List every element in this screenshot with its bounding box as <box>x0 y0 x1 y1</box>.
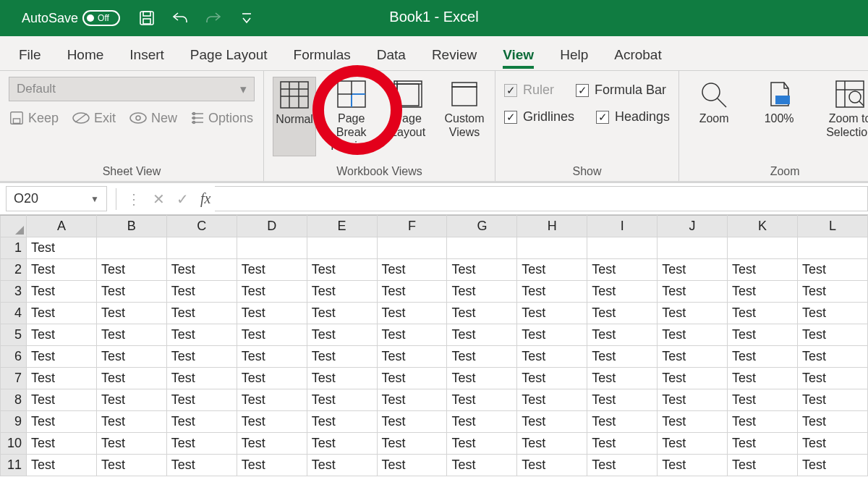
cell-F7[interactable]: Test <box>377 368 447 389</box>
cell-E3[interactable]: Test <box>307 281 377 303</box>
cell-A8[interactable]: Test <box>27 389 97 411</box>
cell-G7[interactable]: Test <box>447 368 517 389</box>
cell-D8[interactable]: Test <box>237 389 307 411</box>
cell-H5[interactable]: Test <box>517 324 587 346</box>
col-header-I[interactable]: I <box>587 216 658 237</box>
cell-J6[interactable]: Test <box>658 346 728 368</box>
cell-J8[interactable]: Test <box>658 389 728 411</box>
cell-K3[interactable]: Test <box>728 281 798 303</box>
cancel-icon[interactable]: ✕ <box>153 190 165 208</box>
tab-help[interactable]: Help <box>560 47 588 70</box>
cell-F10[interactable]: Test <box>377 433 447 455</box>
col-header-C[interactable]: C <box>166 216 237 237</box>
select-all-corner[interactable] <box>1 216 27 237</box>
col-header-E[interactable]: E <box>307 216 377 237</box>
undo-icon[interactable] <box>168 6 192 30</box>
col-header-J[interactable]: J <box>658 216 728 237</box>
gridlines-checkbox[interactable]: Gridlines <box>504 109 574 125</box>
cell-C4[interactable]: Test <box>166 303 237 324</box>
cell-D6[interactable]: Test <box>237 346 307 368</box>
cell-G6[interactable]: Test <box>447 346 517 368</box>
cell-L7[interactable]: Test <box>797 368 867 389</box>
keep-button[interactable]: Keep <box>9 110 59 126</box>
cell-I5[interactable]: Test <box>587 324 658 346</box>
cell-J1[interactable] <box>658 237 728 259</box>
exit-button[interactable]: Exit <box>72 110 116 126</box>
cell-A9[interactable]: Test <box>27 411 97 433</box>
cell-I11[interactable]: Test <box>587 455 658 476</box>
cell-F4[interactable]: Test <box>377 303 447 324</box>
cell-L11[interactable]: Test <box>797 455 867 476</box>
enter-icon[interactable]: ✓ <box>176 190 189 208</box>
cell-J9[interactable]: Test <box>658 411 728 433</box>
cell-I2[interactable]: Test <box>587 259 658 281</box>
cell-H9[interactable]: Test <box>517 411 587 433</box>
cell-C9[interactable]: Test <box>166 411 237 433</box>
col-header-G[interactable]: G <box>447 216 517 237</box>
tab-file[interactable]: File <box>19 47 41 70</box>
col-header-D[interactable]: D <box>237 216 307 237</box>
cell-J10[interactable]: Test <box>658 433 728 455</box>
cell-H10[interactable]: Test <box>517 433 587 455</box>
cell-I8[interactable]: Test <box>587 389 658 411</box>
cell-G8[interactable]: Test <box>447 389 517 411</box>
cell-E7[interactable]: Test <box>307 368 377 389</box>
tab-formulas[interactable]: Formulas <box>294 47 351 70</box>
cell-F9[interactable]: Test <box>377 411 447 433</box>
cell-L9[interactable]: Test <box>797 411 867 433</box>
cell-B7[interactable]: Test <box>96 368 166 389</box>
cell-H1[interactable] <box>517 237 587 259</box>
cell-G4[interactable]: Test <box>447 303 517 324</box>
cell-K7[interactable]: Test <box>728 368 798 389</box>
sheet-view-select[interactable]: Default ▾ <box>9 77 255 101</box>
cell-I10[interactable]: Test <box>587 433 658 455</box>
cell-A1[interactable]: Test <box>27 237 97 259</box>
cell-I4[interactable]: Test <box>587 303 658 324</box>
cell-K9[interactable]: Test <box>728 411 798 433</box>
cell-H11[interactable]: Test <box>517 455 587 476</box>
zoom-button[interactable]: Zoom <box>688 77 740 142</box>
save-icon[interactable] <box>135 6 159 30</box>
cell-L10[interactable]: Test <box>797 433 867 455</box>
col-header-H[interactable]: H <box>517 216 587 237</box>
cell-H4[interactable]: Test <box>517 303 587 324</box>
cell-B4[interactable]: Test <box>96 303 166 324</box>
tab-view[interactable]: View <box>503 47 534 70</box>
cell-F11[interactable]: Test <box>377 455 447 476</box>
cell-K8[interactable]: Test <box>728 389 798 411</box>
col-header-L[interactable]: L <box>797 216 867 237</box>
cell-C6[interactable]: Test <box>166 346 237 368</box>
cell-G1[interactable] <box>447 237 517 259</box>
cell-E4[interactable]: Test <box>307 303 377 324</box>
cell-F8[interactable]: Test <box>377 389 447 411</box>
cell-F2[interactable]: Test <box>377 259 447 281</box>
cell-D9[interactable]: Test <box>237 411 307 433</box>
cell-F5[interactable]: Test <box>377 324 447 346</box>
cell-D2[interactable]: Test <box>237 259 307 281</box>
cell-L6[interactable]: Test <box>797 346 867 368</box>
cell-I3[interactable]: Test <box>587 281 658 303</box>
tab-data[interactable]: Data <box>377 47 406 70</box>
custom-views-button[interactable]: Custom Views <box>443 77 486 156</box>
cell-B11[interactable]: Test <box>96 455 166 476</box>
cell-L2[interactable]: Test <box>797 259 867 281</box>
cell-E6[interactable]: Test <box>307 346 377 368</box>
cell-D7[interactable]: Test <box>237 368 307 389</box>
row-header-8[interactable]: 8 <box>1 389 27 411</box>
cell-G2[interactable]: Test <box>447 259 517 281</box>
autosave-toggle[interactable]: Off <box>82 10 120 26</box>
cell-B9[interactable]: Test <box>96 411 166 433</box>
headings-checkbox[interactable]: Headings <box>596 109 670 125</box>
row-header-10[interactable]: 10 <box>1 433 27 455</box>
cell-more-icon[interactable]: ⋮ <box>127 190 141 208</box>
cell-E2[interactable]: Test <box>307 259 377 281</box>
cell-C1[interactable] <box>166 237 237 259</box>
cell-F6[interactable]: Test <box>377 346 447 368</box>
cell-A6[interactable]: Test <box>27 346 97 368</box>
cell-A2[interactable]: Test <box>27 259 97 281</box>
cell-K6[interactable]: Test <box>728 346 798 368</box>
cell-E8[interactable]: Test <box>307 389 377 411</box>
cell-A11[interactable]: Test <box>27 455 97 476</box>
fx-icon[interactable]: fx <box>200 190 210 207</box>
cell-I1[interactable] <box>587 237 658 259</box>
